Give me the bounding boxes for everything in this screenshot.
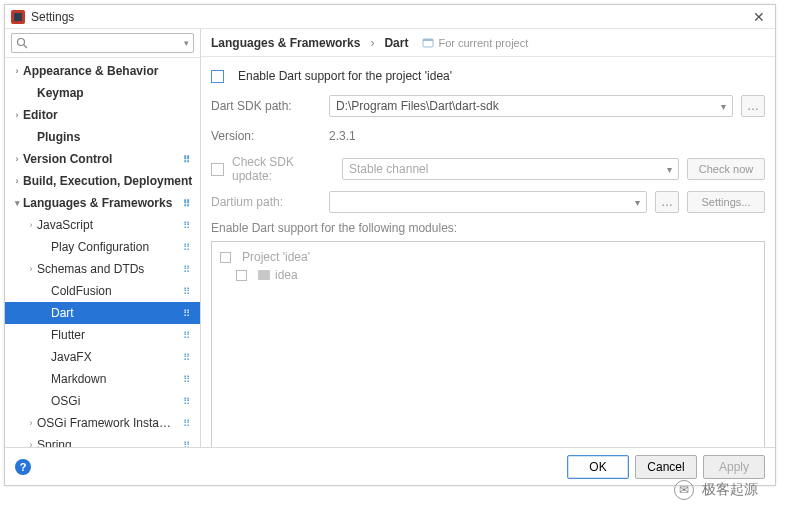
tree-item-label: ColdFusion [51, 284, 177, 298]
tree-item-plugins[interactable]: Plugins [5, 126, 200, 148]
version-row: Version: 2.3.1 [211, 125, 765, 147]
tree-item-flutter[interactable]: Flutter⠿ [5, 324, 200, 346]
tree-item-label: Editor [23, 108, 196, 122]
tree-item-javascript[interactable]: ›JavaScript⠿ [5, 214, 200, 236]
tree-item-label: Languages & Frameworks [23, 196, 177, 210]
tree-item-editor[interactable]: ›Editor [5, 104, 200, 126]
tree-item-label: Markdown [51, 372, 177, 386]
search-wrap: ▾ [5, 29, 200, 58]
search-field[interactable] [28, 36, 184, 50]
breadcrumb-sep [366, 36, 378, 50]
help-icon[interactable]: ? [15, 459, 31, 475]
tree-item-label: JavaScript [37, 218, 177, 232]
project-scope-icon: ⠿ [177, 286, 196, 297]
chevron-right-icon: › [11, 110, 23, 120]
check-update-select[interactable]: Stable channel ▾ [342, 158, 679, 180]
tree-item-label: Flutter [51, 328, 177, 342]
sdk-path-label: Dart SDK path: [211, 99, 321, 113]
app-icon [11, 10, 25, 24]
tree-item-spring[interactable]: ›Spring⠿ [5, 434, 200, 447]
chevron-down-icon[interactable]: ▾ [635, 197, 640, 208]
sdk-path-input[interactable]: D:\Program Files\Dart\dart-sdk ▾ [329, 95, 733, 117]
search-input[interactable]: ▾ [11, 33, 194, 53]
settings-tree[interactable]: ›Appearance & BehaviorKeymap›EditorPlugi… [5, 58, 200, 447]
check-update-checkbox[interactable] [211, 163, 224, 176]
cancel-button[interactable]: Cancel [635, 455, 697, 479]
dartium-path-input[interactable]: ▾ [329, 191, 647, 213]
chevron-right-icon: › [25, 440, 37, 447]
current-project-badge: For current project [422, 37, 528, 49]
tree-item-osgi[interactable]: OSGi⠿ [5, 390, 200, 412]
tree-item-label: Plugins [37, 130, 196, 144]
sdk-path-row: Dart SDK path: D:\Program Files\Dart\dar… [211, 95, 765, 117]
enable-dart-label: Enable Dart support for the project 'ide… [238, 69, 452, 83]
tree-item-play-configuration[interactable]: Play Configuration⠿ [5, 236, 200, 258]
tree-item-languages-frameworks[interactable]: ▾Languages & Frameworks⠿ [5, 192, 200, 214]
svg-rect-1 [14, 13, 22, 21]
enable-dart-checkbox[interactable] [211, 70, 224, 83]
tree-item-keymap[interactable]: Keymap [5, 82, 200, 104]
tree-item-label: Play Configuration [51, 240, 177, 254]
version-value: 2.3.1 [329, 129, 356, 143]
tree-item-dart[interactable]: Dart⠿ [5, 302, 200, 324]
sdk-path-browse-button[interactable]: … [741, 95, 765, 117]
apply-button[interactable]: Apply [703, 455, 765, 479]
project-scope-icon: ⠿ [177, 396, 196, 407]
tree-item-markdown[interactable]: Markdown⠿ [5, 368, 200, 390]
settings-window: Settings ✕ ▾ ›Appearance & BehaviorKeyma… [4, 4, 776, 486]
dartium-settings-button[interactable]: Settings... [687, 191, 765, 213]
titlebar: Settings ✕ [5, 5, 775, 29]
chevron-down-icon[interactable]: ▾ [667, 164, 672, 175]
project-scope-icon: ⠿ [177, 352, 196, 363]
dartium-label: Dartium path: [211, 195, 321, 209]
ok-button[interactable]: OK [567, 455, 629, 479]
tree-item-schemas-and-dtds[interactable]: ›Schemas and DTDs⠿ [5, 258, 200, 280]
tree-item-version-control[interactable]: ›Version Control⠿ [5, 148, 200, 170]
tree-item-label: Spring [37, 438, 177, 447]
body: ▾ ›Appearance & BehaviorKeymap›EditorPlu… [5, 29, 775, 447]
project-scope-icon: ⠿ [177, 242, 196, 253]
project-scope-icon: ⠿ [177, 220, 196, 231]
tree-item-build-execution-deployment[interactable]: ›Build, Execution, Deployment [5, 170, 200, 192]
project-scope-icon: ⠿ [177, 308, 196, 319]
chevron-right-icon: › [25, 264, 37, 274]
svg-rect-6 [258, 270, 270, 280]
search-dropdown-icon[interactable]: ▾ [184, 38, 189, 48]
tree-item-label: Appearance & Behavior [23, 64, 196, 78]
tree-item-coldfusion[interactable]: ColdFusion⠿ [5, 280, 200, 302]
window-title: Settings [31, 10, 749, 24]
project-icon [422, 37, 434, 49]
tree-item-javafx[interactable]: JavaFX⠿ [5, 346, 200, 368]
chevron-right-icon: › [11, 66, 23, 76]
breadcrumb-leaf: Dart [384, 36, 408, 50]
module-project-row[interactable]: Project 'idea' [220, 248, 756, 266]
module-child-row[interactable]: idea [236, 266, 756, 284]
breadcrumb: Languages & Frameworks Dart For current … [201, 29, 775, 57]
close-icon[interactable]: ✕ [749, 9, 769, 25]
project-scope-icon: ⠿ [177, 198, 196, 209]
tree-item-label: Build, Execution, Deployment [23, 174, 196, 188]
chevron-right-icon: › [11, 176, 23, 186]
module-child-checkbox[interactable] [236, 270, 247, 281]
tree-item-appearance-behavior[interactable]: ›Appearance & Behavior [5, 60, 200, 82]
breadcrumb-root[interactable]: Languages & Frameworks [211, 36, 360, 50]
modules-label: Enable Dart support for the following mo… [211, 221, 765, 235]
dart-settings-pane: Enable Dart support for the project 'ide… [201, 57, 775, 447]
dartium-browse-button[interactable]: … [655, 191, 679, 213]
check-now-button[interactable]: Check now [687, 158, 765, 180]
chevron-right-icon: › [25, 418, 37, 428]
version-label: Version: [211, 129, 321, 143]
chevron-down-icon: ▾ [11, 198, 23, 208]
chevron-down-icon[interactable]: ▾ [721, 101, 726, 112]
chevron-right-icon: › [25, 220, 37, 230]
right-column: Languages & Frameworks Dart For current … [201, 29, 775, 447]
project-scope-icon: ⠿ [177, 264, 196, 275]
modules-list[interactable]: Project 'idea' idea [211, 241, 765, 447]
tree-item-osgi-framework-instances[interactable]: ›OSGi Framework Instances⠿ [5, 412, 200, 434]
chevron-right-icon: › [11, 154, 23, 164]
project-scope-icon: ⠿ [177, 154, 196, 165]
project-scope-icon: ⠿ [177, 330, 196, 341]
module-project-checkbox[interactable] [220, 252, 231, 263]
dartium-row: Dartium path: ▾ … Settings... [211, 191, 765, 213]
search-icon [16, 37, 28, 49]
